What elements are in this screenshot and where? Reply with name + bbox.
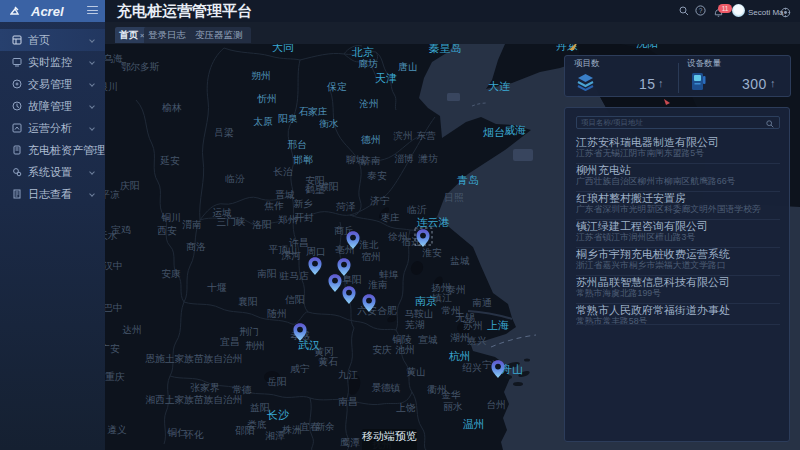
svg-text:淮北: 淮北	[359, 239, 379, 250]
svg-text:西安: 西安	[157, 225, 177, 236]
svg-text:唐山: 唐山	[398, 61, 417, 72]
svg-text:洛阳: 洛阳	[252, 219, 271, 230]
svg-text:台州: 台州	[486, 399, 505, 410]
svg-text:湘西土家族苗族自治州: 湘西土家族苗族自治州	[146, 394, 243, 405]
svg-text:三门峡: 三门峡	[216, 216, 245, 227]
svg-text:遵义: 遵义	[107, 424, 127, 435]
svg-text:杭州: 杭州	[448, 350, 471, 362]
svg-text:马鞍山: 马鞍山	[404, 308, 433, 319]
svg-text:天津: 天津	[375, 72, 397, 84]
svg-text:延安: 延安	[159, 155, 180, 166]
svg-text:银川: 银川	[105, 81, 118, 92]
svg-text:安庆: 安庆	[372, 344, 392, 355]
svg-text:汉中: 汉中	[105, 260, 123, 271]
svg-text:咸宁: 咸宁	[290, 363, 310, 374]
svg-text:威海: 威海	[504, 124, 526, 136]
svg-text:宜昌: 宜昌	[220, 336, 239, 347]
svg-text:平凉: 平凉	[105, 189, 120, 200]
svg-text:黄石: 黄石	[318, 356, 338, 367]
svg-text:保定: 保定	[326, 81, 347, 92]
svg-text:合肥: 合肥	[377, 305, 397, 316]
svg-text:南京: 南京	[415, 295, 437, 307]
svg-text:安康: 安康	[161, 268, 181, 279]
svg-text:长治: 长治	[273, 166, 293, 177]
svg-text:南昌: 南昌	[338, 396, 357, 407]
svg-text:东营: 东营	[416, 130, 436, 141]
svg-text:随州: 随州	[267, 308, 286, 319]
svg-text:巴中: 巴中	[105, 302, 123, 313]
svg-text:南通: 南通	[472, 297, 492, 308]
svg-text:朔州: 朔州	[251, 70, 270, 81]
svg-text:娄底: 娄底	[246, 419, 266, 430]
svg-text:潍坊: 潍坊	[418, 153, 438, 164]
svg-text:上海: 上海	[487, 319, 509, 331]
svg-text:廊坊: 廊坊	[358, 58, 378, 69]
svg-text:鄂尔多斯: 鄂尔多斯	[121, 61, 160, 72]
svg-text:淮南: 淮南	[368, 279, 387, 290]
svg-text:邯郸: 邯郸	[293, 154, 313, 165]
svg-text:丽水: 丽水	[443, 401, 463, 412]
svg-text:宿州: 宿州	[361, 251, 380, 262]
svg-text:南阳: 南阳	[257, 268, 276, 279]
svg-text:德州: 德州	[360, 134, 380, 145]
svg-text:济宁: 济宁	[370, 195, 390, 206]
svg-text:淮安: 淮安	[422, 247, 442, 258]
svg-text:大连: 大连	[488, 80, 510, 92]
svg-text:连云港: 连云港	[417, 216, 450, 228]
svg-text:临沂: 临沂	[407, 204, 427, 215]
svg-text:周口: 周口	[306, 246, 325, 257]
svg-text:驻马店: 驻马店	[279, 270, 308, 281]
svg-text:宜春: 宜春	[300, 421, 320, 432]
svg-text:衢州: 衢州	[427, 384, 446, 395]
svg-text:芜湖: 芜湖	[404, 319, 424, 330]
svg-text:庆阳: 庆阳	[120, 180, 139, 191]
svg-text:十堰: 十堰	[207, 282, 227, 293]
svg-text:菏泽: 菏泽	[335, 201, 356, 212]
svg-text:黄山: 黄山	[406, 366, 425, 377]
svg-text:新乡: 新乡	[293, 198, 313, 209]
svg-text:达州: 达州	[122, 324, 141, 335]
svg-text:上饶: 上饶	[396, 402, 416, 413]
svg-text:池州: 池州	[395, 344, 414, 355]
svg-text:开封: 开封	[294, 212, 314, 223]
svg-text:焦作: 焦作	[264, 200, 284, 211]
svg-text:宣城: 宣城	[418, 334, 438, 345]
svg-text:铜川: 铜川	[161, 212, 180, 223]
svg-text:枣庄: 枣庄	[380, 212, 400, 223]
svg-text:嘉兴: 嘉兴	[467, 335, 487, 346]
svg-text:青岛: 青岛	[457, 174, 479, 186]
svg-text:信阳: 信阳	[284, 294, 304, 305]
svg-text:平顶山: 平顶山	[268, 244, 297, 255]
svg-text:温州: 温州	[463, 418, 485, 430]
svg-text:日照: 日照	[444, 192, 464, 203]
svg-text:阜阳: 阜阳	[342, 274, 361, 285]
svg-text:天水: 天水	[105, 230, 118, 241]
svg-text:济南: 济南	[361, 155, 380, 166]
svg-text:鹰潭: 鹰潭	[340, 437, 360, 448]
svg-text:滨州: 滨州	[393, 130, 412, 141]
svg-text:衡水: 衡水	[319, 118, 339, 129]
svg-text:襄阳: 襄阳	[238, 296, 257, 307]
svg-text:石家庄: 石家庄	[298, 106, 327, 117]
svg-text:渭南: 渭南	[182, 219, 201, 230]
svg-text:景德镇: 景德镇	[371, 382, 400, 393]
svg-text:临汾: 临汾	[225, 173, 245, 184]
svg-text:忻州: 忻州	[256, 93, 276, 104]
svg-text:恩施土家族苗族自治州: 恩施土家族苗族自治州	[145, 353, 243, 364]
svg-text:沧州: 沧州	[359, 98, 378, 109]
svg-text:?: ?	[699, 7, 703, 14]
svg-text:长沙: 长沙	[266, 409, 290, 421]
svg-text:荆州: 荆州	[245, 340, 264, 351]
svg-text:重庆: 重庆	[105, 371, 125, 382]
svg-text:荆门: 荆门	[239, 326, 258, 337]
svg-text:绍兴: 绍兴	[462, 362, 482, 373]
svg-text:太原: 太原	[253, 116, 273, 127]
svg-text:泰安: 泰安	[367, 170, 387, 181]
svg-text:商洛: 商洛	[186, 241, 206, 252]
svg-text:株洲: 株洲	[282, 424, 301, 435]
svg-text:盐城: 盐城	[450, 255, 470, 266]
svg-text:铜仁: 铜仁	[167, 427, 187, 438]
svg-text:阳泉: 阳泉	[278, 113, 298, 124]
svg-text:广安: 广安	[105, 343, 120, 354]
svg-text:淄博: 淄博	[394, 153, 414, 164]
